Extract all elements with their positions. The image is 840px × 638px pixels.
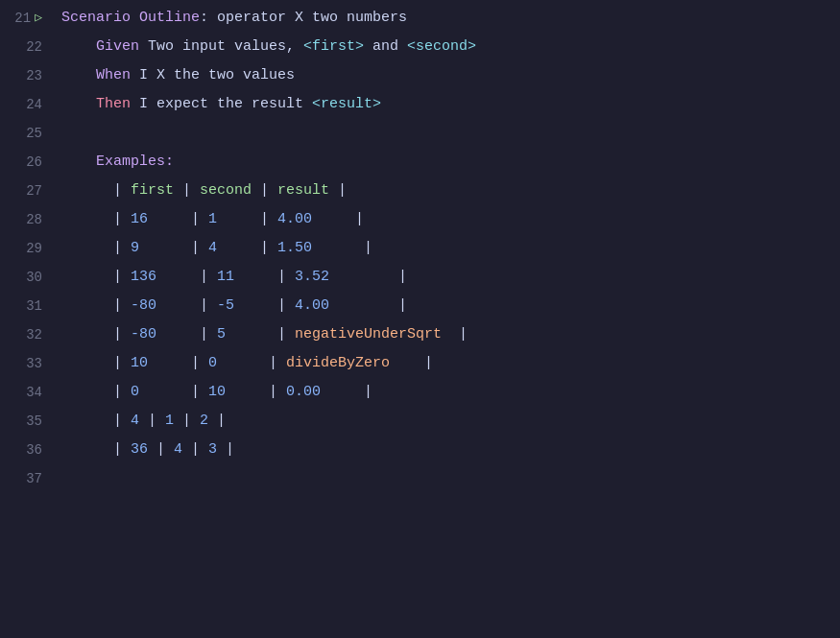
code-segment: Examples: [96, 154, 174, 170]
line-content: | first | second | result | [58, 177, 840, 205]
code-line: 36 | 36 | 4 | 3 | [0, 436, 840, 464]
code-segment: | [234, 269, 295, 285]
code-segment: Then [96, 96, 131, 112]
code-segment [61, 96, 96, 112]
code-segment: When [96, 67, 131, 83]
code-segment: | [139, 413, 165, 429]
code-editor: 21▷Scenario Outline: operator X two numb… [0, 0, 840, 638]
run-icon[interactable]: ▷ [35, 4, 42, 33]
code-segment: result [277, 182, 329, 199]
code-segment: | [226, 384, 286, 400]
code-segment: | [148, 355, 208, 371]
code-line: 31 | -80 | -5 | 4.00 | [0, 292, 840, 320]
line-number: 25 [0, 119, 58, 148]
code-segment: 36 [131, 441, 148, 458]
code-line: 29 | 9 | 4 | 1.50 | [0, 234, 840, 263]
code-segment: negativeUnderSqrt [295, 326, 442, 343]
line-number-text: 21 [14, 4, 31, 33]
code-segment: | [61, 269, 131, 285]
line-content: | 10 | 0 | divideByZero | [58, 349, 840, 378]
code-segment: 4 [208, 240, 217, 256]
code-segment: first [131, 182, 174, 199]
line-number: 35 [0, 407, 58, 436]
code-segment: | [234, 297, 295, 314]
line-content: | -80 | 5 | negativeUnderSqrt | [58, 320, 840, 349]
code-segment: 0 [131, 384, 139, 400]
code-segment: | [61, 211, 131, 227]
line-number: 28 [0, 205, 58, 234]
code-segment: -80 [131, 326, 156, 343]
code-segment: <result> [312, 96, 381, 112]
code-segment: | [156, 326, 217, 343]
code-segment: | [148, 211, 208, 227]
line-number: 33 [0, 349, 58, 378]
code-segment: | [61, 326, 131, 343]
code-segment: | [174, 182, 200, 199]
code-segment: | [217, 240, 277, 256]
code-segment: 3.52 [295, 269, 329, 285]
line-number: 31 [0, 292, 58, 320]
line-number: 29 [0, 234, 58, 263]
code-segment: 16 [131, 211, 148, 227]
code-segment: 4 [174, 441, 182, 458]
code-segment: 3 [208, 441, 217, 458]
code-segment [61, 38, 96, 55]
code-segment: I expect the result [131, 96, 312, 112]
code-segment: | [61, 384, 131, 400]
code-segment: Scenario Outline [61, 10, 200, 26]
code-segment: 10 [208, 384, 226, 400]
code-segment: <first> [303, 38, 364, 55]
code-segment: | [321, 384, 372, 400]
code-segment: Given [96, 38, 139, 55]
code-segment: 4 [131, 413, 139, 429]
code-segment: | [61, 441, 131, 458]
line-content: Then I expect the result <result> [58, 90, 840, 119]
code-line: 22 Given Two input values, <first> and <… [0, 33, 840, 61]
code-segment: | [217, 355, 286, 371]
code-segment: <second> [407, 38, 476, 55]
code-segment: | [61, 297, 131, 314]
code-segment: 0.00 [286, 384, 321, 400]
code-line: 25 [0, 119, 840, 148]
line-content: | 16 | 1 | 4.00 | [58, 205, 840, 234]
line-number: 30 [0, 263, 58, 292]
code-segment: | [208, 413, 226, 429]
code-segment: 10 [131, 355, 148, 371]
line-number: 22 [0, 33, 58, 61]
code-segment: | [329, 182, 347, 199]
code-segment: I X the two values [131, 67, 295, 83]
code-line: 35 | 4 | 1 | 2 | [0, 407, 840, 436]
code-segment: second [200, 182, 252, 199]
code-segment: Two input values, [139, 38, 303, 55]
code-line: 37 [0, 464, 840, 493]
code-segment: | [312, 240, 372, 256]
line-content: | 9 | 4 | 1.50 | [58, 234, 840, 263]
code-line: 33 | 10 | 0 | divideByZero | [0, 349, 840, 378]
code-line: 28 | 16 | 1 | 4.00 | [0, 205, 840, 234]
code-segment: 1 [165, 413, 174, 429]
line-content: When I X the two values [58, 61, 840, 90]
line-number: 24 [0, 90, 58, 119]
code-line: 32 | -80 | 5 | negativeUnderSqrt | [0, 320, 840, 349]
code-segment: | [329, 269, 407, 285]
code-segment: | [329, 297, 407, 314]
code-segment [61, 67, 96, 83]
line-number: 23 [0, 61, 58, 90]
code-line: 27 | first | second | result | [0, 177, 840, 205]
code-segment: 5 [217, 326, 226, 343]
line-content: | 0 | 10 | 0.00 | [58, 378, 840, 407]
line-number: 36 [0, 436, 58, 464]
line-content: | 36 | 4 | 3 | [58, 436, 840, 464]
code-segment: 1.50 [277, 240, 312, 256]
code-segment: | [61, 240, 131, 256]
line-content: Scenario Outline: operator X two numbers [58, 4, 840, 33]
code-segment: | [174, 413, 200, 429]
code-segment: | [156, 269, 217, 285]
line-number: 27 [0, 177, 58, 205]
code-segment: : operator X two numbers [200, 10, 407, 26]
code-line: 23 When I X the two values [0, 61, 840, 90]
code-segment: | [226, 326, 295, 343]
line-number: 21▷ [0, 4, 58, 33]
code-segment: 11 [217, 269, 234, 285]
code-segment: 0 [208, 355, 217, 371]
